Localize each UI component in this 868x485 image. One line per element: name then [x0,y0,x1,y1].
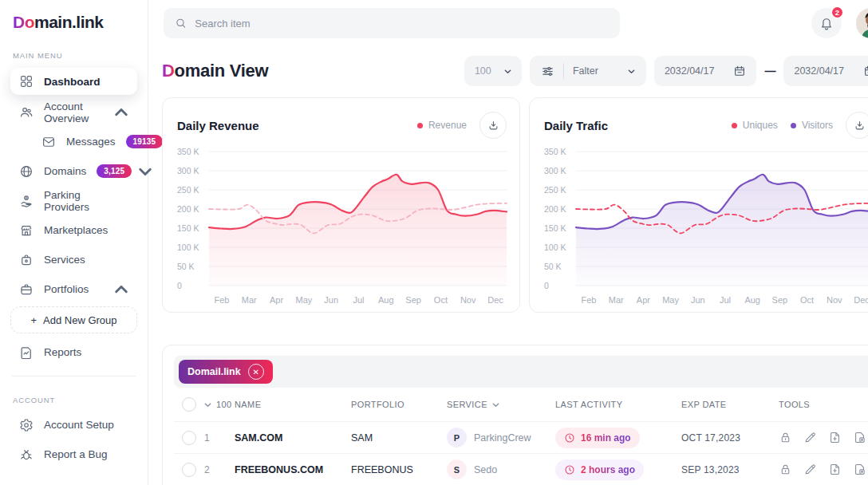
bag-icon [19,253,34,267]
portfolio-name: SAM [351,432,447,444]
date-to-picker[interactable]: 2032/04/17 [783,56,868,86]
sidebar-item-account-overview[interactable]: Account Overview [10,100,137,124]
service-name: ParkingCrew [474,432,531,444]
file-export-icon[interactable] [853,431,866,444]
page-size-select[interactable]: 100 [464,56,522,86]
domains-table-card: Domail.link ✕ 100 NAME PORTFOLIO SERVICE… [162,345,868,485]
file-plus-icon[interactable] [828,463,842,476]
daily-revenue-plot: 350 K300 K250 K200 K150 K100 K50 K0FebMa… [176,144,511,308]
sidebar-item-label: Report a Bug [44,448,108,460]
table-row: 2 FREEBONUS.COM FREEBONUS S Sedo 2 hours… [174,453,868,485]
col-header-service-label: SERVICE [447,400,487,409]
svg-text:Jun: Jun [691,295,705,305]
add-new-group-button[interactable]: + Add New Group [10,306,137,333]
remove-tag-button[interactable]: ✕ [248,364,264,380]
bell-icon [819,16,834,30]
page-size-value: 100 [216,400,232,409]
download-chart-button[interactable] [479,112,507,139]
chart-title: Daily Trafic [544,119,608,132]
file-export-icon[interactable] [853,463,866,476]
svg-text:Jul: Jul [353,295,364,305]
file-plus-icon[interactable] [828,431,842,444]
activity-pill: 2 hours ago [555,459,644,480]
lock-icon[interactable] [779,463,792,476]
svg-text:Nov: Nov [827,295,842,305]
last-activity-cell: 2 hours ago [555,459,681,480]
legend-dot [791,123,796,128]
briefcase-icon [19,282,34,297]
sidebar-item-portfolios[interactable]: Portfolios [10,277,137,302]
sidebar-item-domains[interactable]: Domains 3,125 [10,159,137,183]
lock-icon[interactable] [779,431,792,444]
date-range-separator: — [764,65,775,77]
legend-label: Revenue [428,120,467,131]
svg-text:Aug: Aug [378,295,394,305]
date-from-picker[interactable]: 2032/04/17 [654,56,757,86]
search-input[interactable] [195,18,609,30]
legend-uniques: Uniques [732,120,778,131]
report-icon [19,345,34,360]
last-activity-cell: 16 min ago [555,428,681,448]
edit-icon[interactable] [803,463,817,476]
filter-dropdown[interactable]: Falter [530,56,646,86]
svg-text:0: 0 [544,281,549,290]
envelope-icon [41,135,56,149]
svg-text:250 K: 250 K [177,185,199,195]
sidebar-item-label: Account Setup [44,419,114,431]
svg-text:250 K: 250 K [544,185,566,195]
sidebar-divider [12,376,136,377]
edit-icon[interactable] [803,431,817,444]
sidebar-item-label: Marketplaces [44,224,108,236]
sidebar-item-services[interactable]: Services [10,247,137,272]
svg-text:150 K: 150 K [177,223,199,233]
logo-accent: Do [13,13,34,31]
sidebar-item-messages[interactable]: Messages 19135 [33,129,137,154]
sidebar-item-account-setup[interactable]: Account Setup [10,412,137,437]
calendar-icon [733,65,746,77]
sidebar-item-label: Portfolios [44,283,89,295]
svg-text:Jul: Jul [720,295,731,305]
sidebar-item-marketplaces[interactable]: Marketplaces [10,218,137,242]
page-size-header-dropdown[interactable]: 100 [204,400,235,409]
logo-rest: main.link [34,13,104,31]
filter-tag[interactable]: Domail.link ✕ [179,360,273,384]
service-name: Sedo [474,464,497,475]
download-chart-button[interactable] [846,112,868,139]
portfolio-name: FREEBONUS [351,464,447,475]
sidebar-item-report-a-bug[interactable]: Report a Bug [10,442,137,467]
main-menu-label: MAIN MENU [13,51,135,60]
sidebar-item-parking-providers[interactable]: Parking Providers [10,188,137,213]
legend-dot [732,123,737,128]
col-header-name: NAME [235,400,351,409]
row-checkbox[interactable] [182,463,196,477]
plus-icon: + [30,314,37,326]
sliders-icon [541,65,554,78]
date-to-value: 2032/04/17 [794,65,844,77]
svg-text:Feb: Feb [215,295,230,305]
svg-text:Sep: Sep [405,295,421,305]
daily-trafic-card: Daily Trafic Uniques Visitors 350 K300 K… [529,97,868,313]
sidebar-item-dashboard[interactable]: Dashboard [10,68,137,95]
svg-text:150 K: 150 K [544,223,566,233]
tools-cell [779,463,866,476]
svg-text:Oct: Oct [800,295,814,305]
topbar: 2 [148,0,868,38]
exp-date: OCT 17,2023 [681,432,779,444]
page-title-accent: D [162,61,175,81]
domain-name: SAM.COM [235,432,351,444]
legend-dot [417,123,423,128]
select-all-checkbox[interactable] [182,397,196,412]
chevron-up-icon [114,282,128,297]
col-header-service[interactable]: SERVICE [447,400,555,409]
svg-text:Mar: Mar [242,295,257,305]
storefront-icon [19,223,34,238]
page-title: Domain View [162,61,268,81]
notifications-button[interactable]: 2 [811,8,842,38]
search-bar[interactable] [164,8,620,38]
user-avatar[interactable] [856,8,868,38]
sidebar-item-label: Messages [66,136,116,148]
sidebar: Domain.link MAIN MENU Dashboard Account … [0,0,148,485]
exp-date: SEP 13,2023 [681,464,779,475]
sidebar-item-reports[interactable]: Reports [10,340,137,365]
row-checkbox[interactable] [182,431,196,445]
